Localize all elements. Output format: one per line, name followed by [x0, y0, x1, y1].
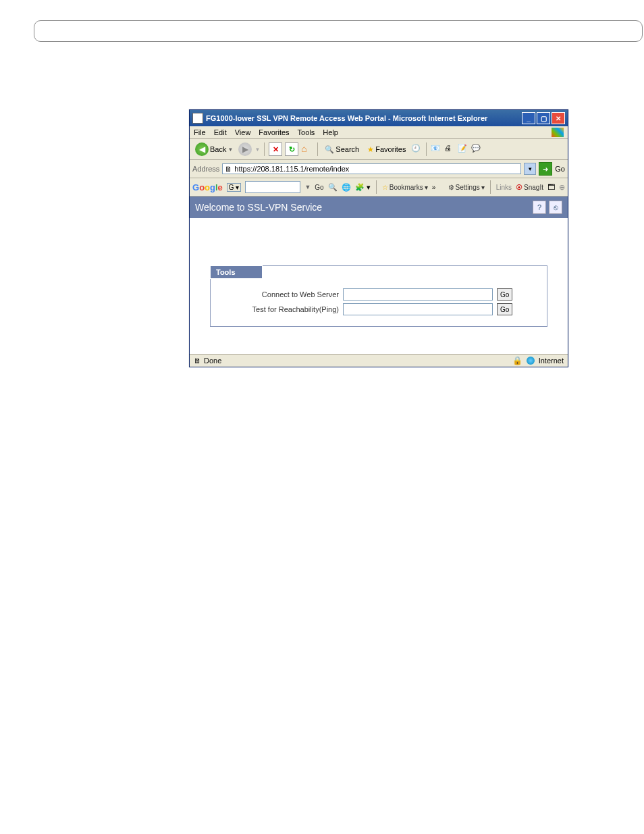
- reachability-go-button[interactable]: Go: [497, 303, 512, 315]
- address-label: Address: [192, 165, 219, 173]
- logout-button[interactable]: ⎋: [549, 201, 562, 214]
- go-label: Go: [555, 165, 565, 173]
- window-buttons: _ ▢ ✕: [522, 112, 565, 124]
- help-button[interactable]: ?: [533, 201, 546, 214]
- google-tool-icon-2[interactable]: 🌐: [342, 183, 351, 192]
- google-divider-2: [490, 180, 491, 194]
- nav-toolbar: ◀ Back ▼ ▶ ▼ ✕ ↻ ⌂ 🔍 Search ★ Favorites …: [190, 139, 568, 160]
- address-input[interactable]: 🗎 https://208.181.115.1/remote/index: [222, 163, 521, 174]
- titlebar: FG1000-lower SSL VPN Remote Access Web P…: [190, 110, 568, 126]
- tool-row-connect: Connect to Web Server Go: [231, 288, 533, 301]
- address-dropdown-button[interactable]: ▼: [524, 163, 536, 175]
- forward-button[interactable]: ▶: [238, 142, 252, 156]
- zone-text: Internet: [539, 357, 564, 365]
- menu-favorites[interactable]: Favorites: [259, 128, 289, 136]
- tools-panel: Tools Connect to Web Server Go Test for …: [210, 265, 547, 327]
- menubar: File Edit View Favorites Tools Help: [190, 126, 568, 139]
- google-search-input[interactable]: [245, 181, 300, 193]
- lock-icon: 🔒: [512, 356, 522, 365]
- back-icon: ◀: [195, 142, 209, 156]
- history-button[interactable]: 🕘: [411, 144, 422, 155]
- snagit-icon: ⦿: [516, 184, 522, 191]
- status-text: Done: [204, 357, 221, 365]
- snagit-button[interactable]: ⦿ SnagIt: [516, 184, 543, 191]
- back-label: Back: [210, 145, 226, 153]
- gear-icon: ⚙: [448, 184, 454, 191]
- refresh-button[interactable]: ↻: [285, 142, 298, 156]
- close-button[interactable]: ✕: [552, 112, 565, 124]
- home-button[interactable]: ⌂: [301, 143, 313, 155]
- portal-body: Tools Connect to Web Server Go Test for …: [190, 218, 568, 354]
- menu-tools[interactable]: Tools: [298, 128, 315, 136]
- menu-help[interactable]: Help: [323, 128, 338, 136]
- stop-button[interactable]: ✕: [269, 142, 282, 156]
- windows-logo-icon: [552, 128, 564, 137]
- google-settings-button[interactable]: ⚙ Settings ▾: [448, 184, 485, 191]
- maximize-button[interactable]: ▢: [537, 112, 550, 124]
- edit-button[interactable]: 📝: [458, 144, 468, 155]
- page-icon: 🗎: [225, 165, 232, 173]
- favorites-button[interactable]: ★ Favorites: [365, 144, 408, 155]
- mail-button[interactable]: 📧: [431, 144, 441, 155]
- menu-file[interactable]: File: [194, 128, 206, 136]
- back-button[interactable]: ◀ Back ▼: [192, 141, 236, 157]
- google-tool-icon-3[interactable]: 🧩 ▾: [355, 183, 371, 192]
- back-dropdown-icon[interactable]: ▼: [227, 147, 233, 153]
- extra-icon[interactable]: ⊕: [559, 183, 565, 192]
- search-label: Search: [336, 145, 359, 153]
- status-bar: 🗎 Done 🔒 Internet: [190, 354, 568, 367]
- links-label: Links: [496, 184, 512, 191]
- star-icon: ☆: [382, 184, 388, 191]
- toolbar-divider-3: [426, 142, 427, 156]
- reachability-label: Test for Reachability(Ping): [231, 305, 339, 313]
- google-toolbar: Google G ▾ ▼ Go 🔍 🌐 🧩 ▾ ☆ Bookmarks ▾ » …: [190, 178, 568, 197]
- tool-row-reachability: Test for Reachability(Ping) Go: [231, 303, 533, 315]
- star-icon: ★: [367, 145, 374, 154]
- minimize-button[interactable]: _: [522, 112, 535, 124]
- done-icon: 🗎: [194, 357, 201, 365]
- zone-icon: [527, 357, 535, 365]
- go-button[interactable]: ➜: [539, 162, 552, 176]
- ie-app-icon: [192, 113, 203, 124]
- forward-dropdown-icon: ▼: [254, 147, 260, 153]
- menu-view[interactable]: View: [235, 128, 251, 136]
- google-divider: [376, 180, 377, 194]
- portal-title-bar: Welcome to SSL-VPN Service ? ⎋: [190, 197, 568, 218]
- portal-welcome-text: Welcome to SSL-VPN Service: [195, 202, 322, 213]
- search-icon: 🔍: [325, 145, 334, 154]
- google-tool-icon-1[interactable]: 🔍: [328, 183, 338, 192]
- connect-go-button[interactable]: Go: [497, 288, 512, 301]
- toolbar-divider: [264, 142, 265, 156]
- connect-label: Connect to Web Server: [231, 290, 339, 298]
- google-logo[interactable]: Google: [192, 182, 223, 192]
- toolbar-divider-2: [317, 142, 318, 156]
- page-header-box: [34, 20, 643, 42]
- search-button[interactable]: 🔍 Search: [322, 144, 362, 155]
- tools-heading: Tools: [210, 265, 263, 279]
- google-go-button[interactable]: Go: [315, 184, 323, 191]
- snagit-window-icon[interactable]: 🗔: [547, 183, 555, 191]
- titlebar-text: FG1000-lower SSL VPN Remote Access Web P…: [206, 114, 487, 122]
- reachability-input[interactable]: [343, 303, 493, 315]
- google-overflow-icon[interactable]: »: [432, 184, 436, 191]
- google-search-dropdown-icon[interactable]: ▼: [304, 184, 311, 190]
- favorites-label: Favorites: [375, 145, 406, 153]
- address-url: https://208.181.115.1/remote/index: [234, 165, 349, 173]
- print-button[interactable]: 🖨: [444, 144, 455, 155]
- menu-edit[interactable]: Edit: [214, 128, 227, 136]
- google-bookmarks-button[interactable]: ☆ Bookmarks ▾: [382, 184, 428, 191]
- google-g-box[interactable]: G ▾: [227, 183, 242, 192]
- address-bar: Address 🗎 https://208.181.115.1/remote/i…: [190, 160, 568, 178]
- discuss-button[interactable]: 💬: [471, 144, 482, 155]
- connect-input[interactable]: [343, 288, 493, 301]
- browser-window: FG1000-lower SSL VPN Remote Access Web P…: [189, 109, 568, 367]
